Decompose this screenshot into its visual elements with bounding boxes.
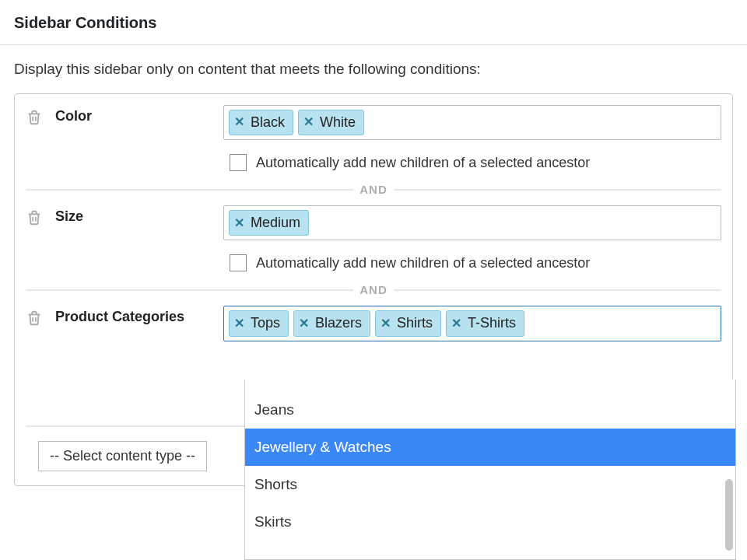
section-header: Sidebar Conditions xyxy=(0,0,747,45)
tag-label: Tops xyxy=(251,313,280,333)
tag: ✕ Blazers xyxy=(293,310,370,336)
auto-children-label: Automatically add new children of a sele… xyxy=(256,155,590,171)
tag: ✕ White xyxy=(298,110,364,135)
trash-icon[interactable] xyxy=(26,108,43,127)
auto-children-checkbox[interactable] xyxy=(230,154,247,171)
remove-tag-icon[interactable]: ✕ xyxy=(234,215,244,232)
rule-label: Size xyxy=(55,205,211,225)
tags-input-size[interactable]: ✕ Medium xyxy=(223,205,721,240)
tag-label: Medium xyxy=(251,213,300,233)
tag-label: Blazers xyxy=(315,313,362,333)
auto-children-label: Automatically add new children of a sele… xyxy=(256,255,590,271)
dropdown-option[interactable]: Jewellery & Watches xyxy=(245,429,735,466)
remove-tag-icon[interactable]: ✕ xyxy=(234,315,244,332)
remove-tag-icon[interactable]: ✕ xyxy=(234,114,244,131)
dropdown-option[interactable]: Skirts xyxy=(245,503,735,541)
select-content-type[interactable]: -- Select content type -- xyxy=(38,441,207,471)
dropdown-option[interactable]: Gifts xyxy=(245,380,735,391)
tag: ✕ Shirts xyxy=(375,310,441,336)
tag-label: White xyxy=(320,113,356,132)
auto-children-checkbox[interactable] xyxy=(230,254,247,271)
trash-icon[interactable] xyxy=(26,208,43,227)
conditions-panel: Color ✕ Black ✕ White Automatically add … xyxy=(14,93,733,486)
tags-input-product-categories[interactable]: ✕ Tops ✕ Blazers ✕ Shirts ✕ T-Shirts xyxy=(223,306,721,341)
category-dropdown: Gifts Jeans Jewellery & Watches Shorts S… xyxy=(244,380,736,560)
page-title: Sidebar Conditions xyxy=(14,14,733,32)
remove-tag-icon[interactable]: ✕ xyxy=(381,315,391,332)
trash-icon[interactable] xyxy=(26,309,43,327)
dropdown-option[interactable]: Shorts xyxy=(245,466,735,503)
remove-tag-icon[interactable]: ✕ xyxy=(299,315,309,332)
and-separator: AND xyxy=(26,180,721,198)
rule-size: Size ✕ Medium Automatically add new chil… xyxy=(26,205,721,271)
and-separator: AND xyxy=(26,281,721,298)
tag: ✕ T-Shirts xyxy=(446,310,524,336)
remove-tag-icon[interactable]: ✕ xyxy=(303,114,314,131)
rule-label: Color xyxy=(55,105,211,124)
remove-tag-icon[interactable]: ✕ xyxy=(451,315,461,332)
rule-label: Product Categories xyxy=(55,306,211,325)
rule-color: Color ✕ Black ✕ White Automatically add … xyxy=(26,105,721,171)
tag-label: T-Shirts xyxy=(468,313,516,333)
tag-label: Shirts xyxy=(397,313,433,333)
dropdown-option[interactable]: Jeans xyxy=(245,391,735,429)
intro-text: Display this sidebar only on content tha… xyxy=(0,45,747,84)
tag: ✕ Black xyxy=(229,110,293,135)
scrollbar-thumb[interactable] xyxy=(725,479,733,551)
tag: ✕ Tops xyxy=(229,310,289,336)
tags-input-color[interactable]: ✕ Black ✕ White xyxy=(223,105,721,140)
tag-label: Black xyxy=(251,113,285,132)
tag: ✕ Medium xyxy=(229,210,309,236)
